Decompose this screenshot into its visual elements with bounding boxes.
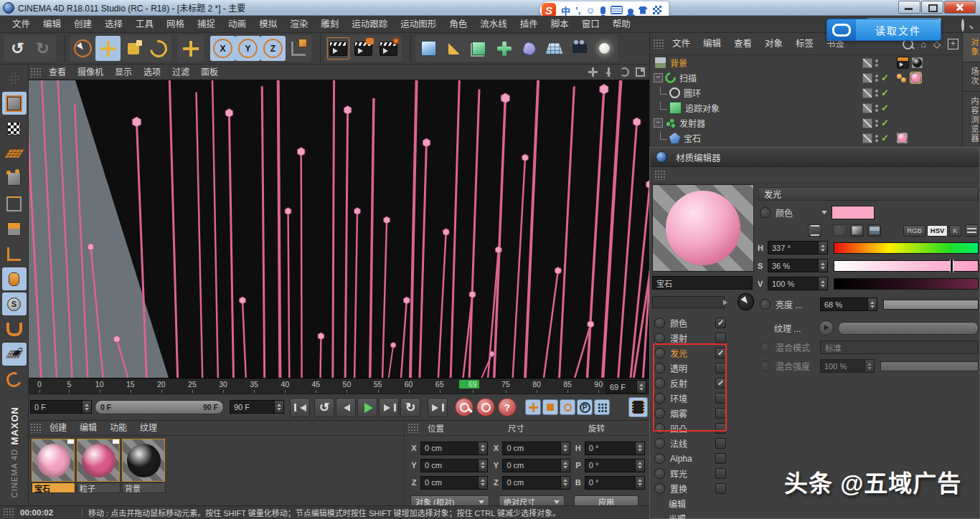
pan-view-icon[interactable]	[588, 67, 598, 77]
hsv-field[interactable]: 100 %	[768, 277, 828, 290]
frame-range-slider[interactable]: 0 F 90 F	[95, 400, 224, 414]
channel-label[interactable]: 透明	[670, 362, 687, 374]
render-settings-button[interactable]	[376, 36, 401, 61]
last-used-tool[interactable]	[178, 36, 203, 61]
channel-radio[interactable]	[654, 333, 665, 343]
panel-grip[interactable]	[30, 423, 42, 433]
add-panel-icon[interactable]: +	[948, 39, 958, 49]
picture-icon[interactable]	[867, 224, 881, 237]
visibility-cell[interactable]	[862, 58, 891, 68]
material-name[interactable]: 背景	[122, 482, 166, 493]
layer-icon[interactable]	[862, 118, 872, 128]
coordinate-system-toggle[interactable]	[286, 36, 311, 61]
viewport-menu-item[interactable]: 查看	[43, 64, 72, 81]
planar-workplane-button[interactable]	[2, 368, 27, 391]
coordinate-field[interactable]: 0 cm	[502, 459, 570, 472]
record-position-toggle[interactable]	[525, 399, 541, 415]
timeline-tick[interactable]: 5	[65, 380, 72, 389]
channel-radio[interactable]	[654, 348, 665, 358]
ime-mic-icon[interactable]	[600, 6, 606, 14]
object-menu-item[interactable]: 编辑	[697, 35, 727, 52]
layer-icon[interactable]	[862, 73, 872, 83]
polygons-mode-button[interactable]	[2, 217, 27, 240]
coordinate-field[interactable]: 0 °	[585, 476, 645, 490]
object-name[interactable]: 追踪对象	[685, 102, 720, 114]
menu-item[interactable]: 插件	[514, 16, 545, 33]
manager-tab[interactable]: 场次	[963, 62, 980, 92]
points-mode-button[interactable]	[2, 167, 27, 190]
visibility-cell[interactable]: ✓	[862, 103, 891, 113]
spinner[interactable]	[636, 381, 646, 393]
enable-axis-button[interactable]	[2, 242, 27, 265]
menu-item[interactable]: 捕捉	[191, 16, 222, 33]
model-mode-button[interactable]	[2, 92, 27, 115]
hsv-gradient-bar[interactable]	[834, 260, 979, 272]
tag-cell[interactable]	[897, 133, 908, 143]
channel-checkbox[interactable]: ✓	[715, 408, 726, 419]
brightness-slider[interactable]	[883, 300, 979, 310]
layer-icon[interactable]	[862, 103, 872, 113]
record-keyframe-button[interactable]	[455, 398, 473, 416]
lock-x-axis[interactable]: X	[210, 36, 235, 61]
scale-tool[interactable]	[121, 36, 146, 61]
material-preview[interactable]	[652, 184, 754, 272]
visibility-cell[interactable]: ✓	[862, 72, 891, 83]
material-tag-icon[interactable]	[912, 57, 923, 68]
texture-mode-button[interactable]	[2, 117, 27, 140]
play-backwards-button[interactable]: ↺	[314, 398, 334, 417]
channel-radio[interactable]	[654, 423, 665, 434]
channel-row[interactable]: 法线 ✓	[652, 436, 754, 451]
channel-row[interactable]: 透明 ✓	[652, 361, 754, 376]
light-button[interactable]	[592, 36, 617, 61]
timeline-tick[interactable]: 35	[250, 380, 258, 389]
timeline-tick[interactable]: 30	[219, 380, 227, 389]
menu-item[interactable]: 网格	[160, 16, 191, 33]
timeline-tick[interactable]: 15	[126, 380, 135, 389]
spinner[interactable]	[560, 460, 570, 472]
channel-label[interactable]: 烟雾	[670, 407, 687, 419]
coordinate-field[interactable]: 0 cm	[420, 476, 488, 490]
enabled-check-icon[interactable]: ✓	[881, 72, 891, 83]
go-to-start-button[interactable]	[290, 398, 310, 417]
timeline-tick[interactable]: 0	[36, 380, 43, 389]
visibility-dots[interactable]	[875, 90, 878, 97]
rotate-view-icon[interactable]	[620, 67, 629, 77]
spinner[interactable]	[635, 460, 644, 472]
close-button[interactable]	[944, 1, 976, 14]
channel-extra-row[interactable]: 编辑	[652, 496, 754, 511]
end-frame-field[interactable]: 90 F	[230, 400, 284, 414]
coordinate-field[interactable]: 0 °	[585, 459, 645, 472]
material-menu-item[interactable]: 编辑	[73, 419, 103, 437]
channel-radio[interactable]	[654, 408, 665, 419]
spinner[interactable]	[818, 242, 827, 254]
visibility-dots[interactable]	[875, 59, 878, 67]
ime-person-icon[interactable]	[628, 9, 633, 14]
spinner[interactable]	[560, 477, 570, 489]
restore-button[interactable]	[921, 1, 943, 14]
tag-cell[interactable]	[897, 57, 923, 69]
timeline-tick[interactable]: 69	[466, 380, 479, 389]
visibility-cell[interactable]: ✓	[862, 118, 891, 128]
tag-cell[interactable]	[897, 72, 921, 83]
record-rotation-toggle[interactable]	[560, 399, 575, 415]
deformer-button[interactable]	[517, 36, 542, 61]
material-name-field[interactable]: 宝石	[652, 276, 753, 290]
spinner[interactable]	[478, 442, 487, 454]
go-to-end-button[interactable]	[428, 398, 448, 417]
menu-item[interactable]: 动画	[222, 16, 253, 33]
viewport-menu-item[interactable]: 摄像机	[72, 64, 109, 81]
spinner[interactable]	[818, 260, 827, 272]
coordinate-field[interactable]: 0 cm	[420, 442, 488, 455]
hsv-gradient-bar[interactable]	[834, 242, 979, 254]
channel-radio[interactable]	[654, 318, 665, 328]
channel-checkbox[interactable]: ✓	[715, 333, 726, 343]
panel-grip[interactable]	[654, 170, 666, 180]
object-row[interactable]: − 发射器 ✓	[650, 115, 962, 130]
hsv-field[interactable]: 36 %	[768, 259, 828, 272]
visibility-dots[interactable]	[875, 75, 878, 82]
coordinate-field[interactable]: 0 cm	[502, 442, 570, 455]
spinner[interactable]	[867, 298, 877, 310]
timeline-tick[interactable]: 60	[405, 380, 413, 389]
object-row[interactable]: 圆环 ✓	[650, 85, 962, 100]
viewport-solo-button[interactable]	[2, 267, 27, 290]
